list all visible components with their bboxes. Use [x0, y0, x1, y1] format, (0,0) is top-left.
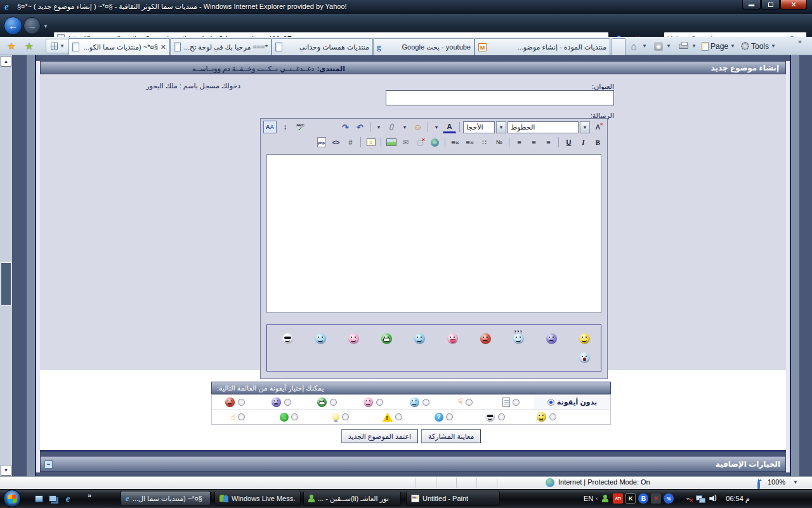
tray-expand-chevron[interactable]: ‹	[596, 495, 598, 502]
taskbar-item-forum[interactable]: e §¤*~ (منتديات سما ال...	[121, 491, 211, 506]
feeds-dropdown-icon[interactable]: ▼	[665, 39, 672, 53]
font-dropdown-icon[interactable]: ▼	[580, 121, 590, 133]
icon-option-exclamation[interactable]	[366, 410, 417, 424]
language-indicator[interactable]: EN	[584, 495, 593, 502]
smiley-mad-icon[interactable]	[480, 333, 491, 344]
taskbar-item-chat[interactable]: ... - ســقين(li) نور العاشـ	[303, 491, 401, 506]
home-button[interactable]: ⌂	[627, 39, 641, 53]
insert-link-icon[interactable]: ∞	[428, 136, 442, 149]
smilies-dropdown-icon[interactable]: ▼	[400, 121, 410, 133]
icon-option-lightbulb[interactable]	[315, 410, 366, 424]
smiley-wink-icon[interactable]	[414, 333, 425, 344]
zoom-dropdown-icon[interactable]: ▼	[793, 479, 798, 485]
bold-icon[interactable]: B	[591, 136, 605, 149]
thread-title-input[interactable]	[386, 90, 614, 105]
icon-option-thumbsdown[interactable]: ☟	[442, 395, 488, 409]
size-dropdown-icon[interactable]: ▼	[496, 121, 506, 133]
icon-radio[interactable]	[330, 399, 337, 406]
icon-radio[interactable]	[291, 413, 298, 420]
bullet-list-icon[interactable]: ∷	[478, 136, 491, 149]
preview-post-button[interactable]: معاينة المشاركة	[421, 429, 481, 443]
tab-3[interactable]: منتديات همسات وحداني	[272, 38, 373, 55]
ie-quicklaunch-icon[interactable]: e	[62, 493, 74, 504]
remove-format-icon[interactable]: A	[591, 121, 605, 133]
taskbar-item-paint[interactable]: Untitled - Paint	[406, 491, 500, 506]
smilies-icon[interactable]: ☺	[411, 121, 424, 133]
smiley-tongue-icon[interactable]	[447, 333, 458, 344]
print-button[interactable]	[676, 39, 690, 53]
icon-option-post[interactable]	[488, 395, 534, 409]
icon-option-none[interactable]: بدون أيقونة	[534, 395, 610, 409]
italic-icon[interactable]: I	[577, 136, 590, 149]
attachment-dropdown-icon[interactable]: ▼	[374, 121, 384, 133]
code-icon[interactable]: <>	[329, 136, 343, 149]
power-tray-icon[interactable]: ⌁	[683, 493, 693, 504]
icon-option-question[interactable]: ?	[418, 410, 469, 424]
icon-radio[interactable]	[238, 413, 245, 420]
redo-icon[interactable]: ↷	[339, 121, 352, 133]
tab-current[interactable]: §¤*~ (منتديات سما الكو... ✕	[69, 38, 170, 55]
tab-4[interactable]: g youtube - بحث Google	[373, 38, 475, 55]
icon-radio[interactable]	[549, 413, 556, 420]
spellcheck-icon[interactable]: ABC✓	[294, 121, 307, 133]
attachment-icon[interactable]: 0	[385, 121, 398, 133]
scrollbar-thumb[interactable]	[1, 262, 11, 305]
editor-resize-icon[interactable]: ↕	[278, 121, 292, 133]
toolbar-overflow-chevron[interactable]: »	[798, 38, 802, 45]
add-favorite-icon[interactable]: ★	[22, 39, 37, 53]
tools-menu[interactable]: Tools▼	[741, 39, 776, 53]
tab-5[interactable]: M منتديات المودة - إنشاء موضو...	[475, 38, 610, 55]
icon-option-wink[interactable]	[396, 395, 442, 409]
no-icon-radio[interactable]	[547, 399, 554, 406]
quick-tabs-button[interactable]: ▼	[46, 39, 70, 53]
smiley-cool-icon[interactable]	[282, 333, 293, 344]
new-tab-stub[interactable]	[612, 38, 625, 55]
quote-icon[interactable]: ≡	[364, 136, 377, 149]
minimize-button[interactable]: ▬	[742, 0, 761, 10]
icon-option-biggrin[interactable]	[304, 395, 350, 409]
scroll-down-icon[interactable]: ▼	[1, 465, 11, 476]
smiley-rolleyes-icon[interactable]	[315, 333, 326, 344]
underline-icon[interactable]: U	[562, 136, 575, 149]
taskbar-item-messenger[interactable]: Windows Live Mess...	[214, 491, 301, 506]
submit-thread-button[interactable]: اعتمد الموضوع الجديد	[341, 429, 418, 443]
maximize-button[interactable]	[761, 0, 780, 10]
ordered-list-icon[interactable]: №	[492, 136, 506, 149]
php-icon[interactable]: php	[315, 136, 328, 149]
wysiwyg-toggle-icon[interactable]: AA	[263, 121, 277, 133]
insert-image-icon[interactable]	[384, 136, 398, 149]
smiley-eek-icon[interactable]	[579, 352, 590, 363]
icon-option-smile[interactable]	[521, 410, 572, 424]
indent-icon[interactable]: »≡	[449, 136, 462, 149]
smiley-confused-icon[interactable]: ???	[513, 333, 524, 344]
scroll-up-icon[interactable]: ▲	[1, 56, 11, 67]
tab-close-icon[interactable]: ✕	[160, 43, 166, 51]
smiley-blush-icon[interactable]	[348, 333, 359, 344]
insert-email-icon[interactable]: ✉	[399, 136, 412, 149]
page-scrollbar[interactable]: ▲ ▼	[0, 55, 12, 476]
icon-option-arrow[interactable]: →	[263, 410, 315, 424]
icon-radio[interactable]	[238, 399, 245, 406]
icon-radio[interactable]	[376, 399, 383, 406]
messenger-tray-icon[interactable]	[600, 493, 610, 504]
feeds-button[interactable]: ◉	[652, 39, 665, 53]
icon-radio[interactable]	[422, 399, 429, 406]
zoom-level[interactable]: 100%	[768, 478, 785, 486]
icon-radio[interactable]	[284, 399, 291, 406]
show-desktop-icon[interactable]	[33, 493, 44, 504]
outdent-icon[interactable]: «≡	[463, 136, 476, 149]
page-menu[interactable]: Page▼	[702, 39, 735, 53]
icon-option-frown[interactable]	[258, 395, 304, 409]
antivirus-tray-icon[interactable]: K	[625, 493, 636, 504]
tab-2[interactable]: *=== مرحبا بك في لوحة تح...	[170, 38, 272, 55]
ati-tray-icon[interactable]: ATI	[613, 493, 623, 504]
icon-option-thumbsup[interactable]: ☝	[212, 410, 263, 424]
align-right-icon[interactable]: ≡	[542, 136, 555, 149]
smiley-biggrin-icon[interactable]	[381, 333, 392, 344]
collapse-icon[interactable]: −	[44, 460, 53, 469]
remove-link-icon[interactable]: ▢	[414, 136, 427, 149]
color-dropdown-icon[interactable]: ▼	[431, 121, 442, 133]
connection-tray-icon[interactable]: %	[664, 493, 674, 504]
print-dropdown-icon[interactable]: ▼	[690, 39, 698, 53]
font-color-icon[interactable]: A	[443, 121, 456, 133]
